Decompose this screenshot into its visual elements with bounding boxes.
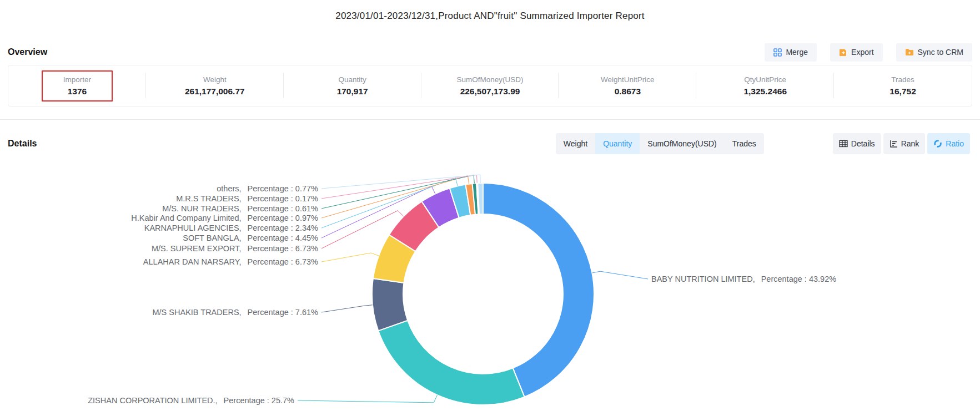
pie-label-name: BABY NUTRITION LIMITED xyxy=(651,275,753,283)
stat-box: Weight261,177,006.77 xyxy=(179,70,250,102)
stat-value: 16,752 xyxy=(868,85,937,98)
page-title: 2023/01/01-2023/12/31,Product AND"fruit"… xyxy=(0,11,980,22)
pie-label-percentage-value: 25.7 xyxy=(272,396,287,405)
stat-label: SumOfMoney(USD) xyxy=(456,74,525,85)
stat-label: Importer xyxy=(43,74,112,85)
ratio-icon xyxy=(933,139,942,148)
stat-label: WeightUnitPrice xyxy=(593,74,662,85)
stat-label: Trades xyxy=(868,74,937,85)
pie-label-name: ALLAHAR DAN NARSARY xyxy=(143,257,239,266)
pie-label-name: M/S. NUR TRADERS xyxy=(162,204,239,213)
view-tab-group: DetailsRankRatio xyxy=(833,133,970,154)
stat-sumofmoney-usd: SumOfMoney(USD)226,507,173.99 xyxy=(421,65,559,106)
view-tab-ratio[interactable]: Ratio xyxy=(927,133,970,154)
view-tab-label: Details xyxy=(851,139,875,148)
export-icon xyxy=(839,48,847,57)
pie-label-percentage-prefix: Percentage xyxy=(761,275,802,283)
pie-label-name: H.Kabir And Company Limited xyxy=(131,214,239,222)
pie-label-percentage-value: 7.61 xyxy=(295,308,311,317)
pie-label-percentage-value: 6.73 xyxy=(295,257,311,266)
stat-label: QtyUnitPrice xyxy=(731,74,800,85)
overview-heading: Overview xyxy=(8,47,47,57)
pie-label-name: ZISHAN CORPORATION LIMITED. xyxy=(88,396,215,405)
stat-weight: Weight261,177,006.77 xyxy=(146,65,284,106)
tab-trades[interactable]: Trades xyxy=(725,133,764,154)
pie-slice-others[interactable] xyxy=(478,183,483,214)
rank-icon xyxy=(889,140,898,148)
importer-stat-highlight-box: Importer1376 xyxy=(42,70,113,102)
stat-label: Weight xyxy=(180,74,249,85)
stat-box: QtyUnitPrice1,325.2466 xyxy=(730,70,801,102)
pie-label-percentage-value: 0.97 xyxy=(295,214,311,222)
pie-label-name: M/S. SUPREM EXPORT xyxy=(152,244,239,253)
pie-slice-m-s-shakib-traders[interactable] xyxy=(372,278,408,331)
pie-label-name: M.R.S TRADERS xyxy=(176,194,239,203)
pie-label-percentage-value: 43.92 xyxy=(809,275,829,283)
action-button-label: Export xyxy=(851,48,873,57)
pie-label-percentage-value: 4.45 xyxy=(295,234,311,242)
stat-qtyunitprice: QtyUnitPrice1,325.2466 xyxy=(696,65,834,106)
stat-box: WeightUnitPrice0.8673 xyxy=(592,70,663,102)
label-leader-line xyxy=(321,253,379,262)
pie-label-percentage-prefix: Percentage xyxy=(248,204,289,213)
stat-quantity: Quantity170,917 xyxy=(284,65,421,106)
pie-label-percentage-prefix: Percentage xyxy=(248,184,289,193)
stat-box: Trades16,752 xyxy=(867,70,938,102)
pie-label-percentage-value: 0.17 xyxy=(295,194,311,203)
pie-label-percentage-prefix: Percentage xyxy=(224,396,265,405)
pie-label-m-s-nur-traders: M/S. NUR TRADERS,Percentage : 0.61% xyxy=(162,203,318,214)
pie-label-percentage-prefix: Percentage xyxy=(248,308,289,317)
pie-label-name: SOFT BANGLA xyxy=(183,234,239,242)
merge-button[interactable]: Merge xyxy=(765,43,817,62)
stat-weightunitprice: WeightUnitPrice0.8673 xyxy=(559,65,696,106)
sync-to-crm-icon xyxy=(905,48,914,56)
stat-box: Quantity170,917 xyxy=(317,70,388,102)
label-leader-line xyxy=(592,271,648,279)
export-button[interactable]: Export xyxy=(830,43,882,62)
pie-label-name: M/S SHAKIB TRADERS xyxy=(153,308,239,317)
pie-label-name: KARNAPHULI AGENCIES xyxy=(144,224,239,232)
action-button-label: Merge xyxy=(786,48,808,57)
pie-label-allahar-dan-narsary: ALLAHAR DAN NARSARY,Percentage : 6.73% xyxy=(143,256,318,267)
details-heading: Details xyxy=(8,139,37,149)
pie-label-percentage-prefix: Percentage xyxy=(248,244,289,253)
details-icon xyxy=(839,140,848,148)
tab-sumofmoney-usd[interactable]: SumOfMoney(USD) xyxy=(640,133,724,154)
overview-stats-card: Importer1376Weight261,177,006.77Quantity… xyxy=(8,65,972,106)
pie-label-others: others,Percentage : 0.77% xyxy=(217,183,318,194)
pie-slice-zishan-corporation-limited[interactable] xyxy=(378,321,524,405)
pie-label-h-kabir-and-company-limited: H.Kabir And Company Limited,Percentage :… xyxy=(131,212,318,224)
sync-to-crm-button[interactable]: Sync to CRM xyxy=(896,43,972,62)
pie-slice-baby-nutrition-limited[interactable] xyxy=(483,183,594,397)
stat-trades: Trades16,752 xyxy=(834,65,972,106)
pie-label-zishan-corporation-limited: ZISHAN CORPORATION LIMITED.,Percentage :… xyxy=(88,395,294,406)
stat-value: 0.8673 xyxy=(593,85,662,98)
pie-label-percentage-prefix: Percentage xyxy=(248,257,289,266)
label-leader-line xyxy=(298,395,437,403)
overview-actions: MergeExportSync to CRM xyxy=(765,43,972,62)
pie-label-percentage-prefix: Percentage xyxy=(248,214,289,222)
metric-tab-group: WeightQuantitySumOfMoney(USD)Trades xyxy=(556,133,764,154)
stat-value: 226,507,173.99 xyxy=(456,85,525,98)
pie-label-percentage-value: 6.73 xyxy=(295,244,311,253)
pie-label-percentage-prefix: Percentage xyxy=(248,234,289,242)
stat-box: SumOfMoney(USD)226,507,173.99 xyxy=(455,70,526,102)
pie-label-percentage-value: 0.77 xyxy=(295,184,311,193)
tab-weight[interactable]: Weight xyxy=(556,133,595,154)
pie-label-m-s-suprem-export: M/S. SUPREM EXPORT,Percentage : 6.73% xyxy=(152,243,318,254)
pie-label-percentage-prefix: Percentage xyxy=(248,224,289,232)
pie-label-percentage-value: 0.61 xyxy=(295,204,311,213)
stat-label: Quantity xyxy=(318,74,387,85)
tab-quantity[interactable]: Quantity xyxy=(595,133,640,154)
overview-header: Overview MergeExportSync to CRM xyxy=(8,42,972,62)
pie-label-baby-nutrition-limited: BABY NUTRITION LIMITED,Percentage : 43.9… xyxy=(651,273,836,285)
pie-label-m-r-s-traders: M.R.S TRADERS,Percentage : 0.17% xyxy=(176,193,318,204)
view-tab-label: Rank xyxy=(901,139,919,148)
stat-value: 261,177,006.77 xyxy=(180,85,249,98)
view-tab-label: Ratio xyxy=(946,139,964,148)
view-tab-details[interactable]: Details xyxy=(833,133,881,154)
pie-label-soft-bangla: SOFT BANGLA,Percentage : 4.45% xyxy=(183,232,318,243)
view-tab-rank[interactable]: Rank xyxy=(883,133,926,154)
stat-value: 170,917 xyxy=(318,85,387,98)
label-leader-line xyxy=(321,305,373,312)
